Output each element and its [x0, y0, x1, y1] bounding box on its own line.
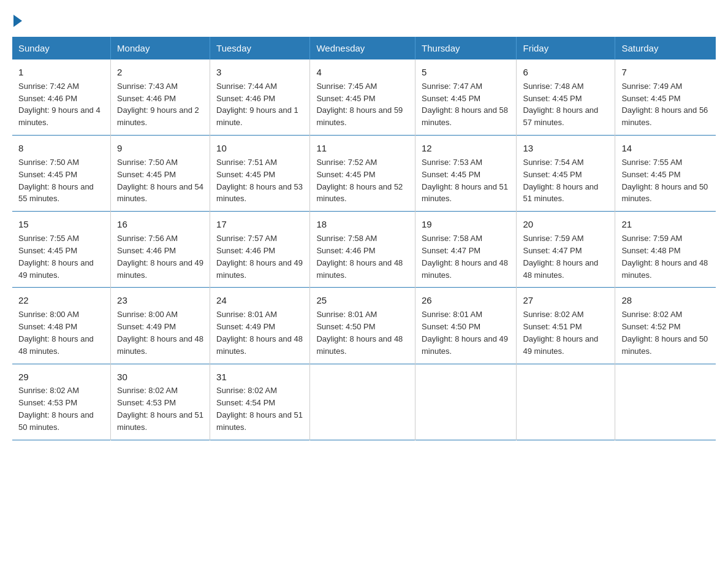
day-number: 4 — [316, 66, 409, 79]
day-info: Sunrise: 8:02 AMSunset: 4:51 PMDaylight:… — [523, 310, 598, 356]
day-info: Sunrise: 7:58 AMSunset: 4:46 PMDaylight:… — [316, 234, 403, 280]
day-number: 24 — [216, 294, 303, 307]
day-info: Sunrise: 7:57 AMSunset: 4:46 PMDaylight:… — [216, 234, 303, 280]
day-number: 1 — [18, 66, 104, 79]
calendar-cell: 30Sunrise: 8:02 AMSunset: 4:53 PMDayligh… — [111, 364, 210, 440]
calendar-cell: 7Sunrise: 7:49 AMSunset: 4:45 PMDaylight… — [615, 59, 716, 136]
calendar-cell: 14Sunrise: 7:55 AMSunset: 4:45 PMDayligh… — [615, 136, 716, 212]
header-day-wednesday: Wednesday — [310, 37, 415, 59]
day-info: Sunrise: 7:49 AMSunset: 4:45 PMDaylight:… — [621, 82, 708, 128]
logo-arrow-icon — [13, 15, 22, 27]
day-number: 23 — [117, 294, 203, 307]
day-number: 3 — [216, 66, 303, 79]
day-number: 9 — [117, 142, 203, 155]
calendar-cell: 13Sunrise: 7:54 AMSunset: 4:45 PMDayligh… — [517, 136, 615, 212]
week-row-5: 29Sunrise: 8:02 AMSunset: 4:53 PMDayligh… — [12, 364, 716, 440]
calendar-cell: 18Sunrise: 7:58 AMSunset: 4:46 PMDayligh… — [310, 212, 415, 288]
day-info: Sunrise: 7:54 AMSunset: 4:45 PMDaylight:… — [523, 158, 598, 204]
day-number: 8 — [18, 142, 104, 155]
calendar-body: 1Sunrise: 7:42 AMSunset: 4:46 PMDaylight… — [12, 59, 716, 440]
calendar-cell: 28Sunrise: 8:02 AMSunset: 4:52 PMDayligh… — [615, 288, 716, 364]
day-number: 19 — [422, 218, 510, 231]
calendar-cell: 19Sunrise: 7:58 AMSunset: 4:47 PMDayligh… — [415, 212, 517, 288]
day-info: Sunrise: 7:56 AMSunset: 4:46 PMDaylight:… — [117, 234, 203, 280]
calendar-cell: 11Sunrise: 7:52 AMSunset: 4:45 PMDayligh… — [310, 136, 415, 212]
day-number: 31 — [216, 370, 303, 384]
calendar-header: SundayMondayTuesdayWednesdayThursdayFrid… — [12, 37, 716, 59]
calendar-cell: 6Sunrise: 7:48 AMSunset: 4:45 PMDaylight… — [517, 59, 615, 136]
calendar-cell: 24Sunrise: 8:01 AMSunset: 4:49 PMDayligh… — [210, 288, 310, 364]
calendar-cell: 3Sunrise: 7:44 AMSunset: 4:46 PMDaylight… — [210, 59, 310, 136]
day-info: Sunrise: 7:45 AMSunset: 4:45 PMDaylight:… — [316, 82, 403, 128]
day-info: Sunrise: 7:44 AMSunset: 4:46 PMDaylight:… — [216, 82, 298, 128]
day-info: Sunrise: 7:42 AMSunset: 4:46 PMDaylight:… — [18, 82, 100, 128]
calendar-cell: 21Sunrise: 7:59 AMSunset: 4:48 PMDayligh… — [615, 212, 716, 288]
calendar-cell: 1Sunrise: 7:42 AMSunset: 4:46 PMDaylight… — [12, 59, 111, 136]
header-day-friday: Friday — [517, 37, 615, 59]
day-number: 10 — [216, 142, 303, 155]
calendar-cell: 10Sunrise: 7:51 AMSunset: 4:45 PMDayligh… — [210, 136, 310, 212]
calendar-cell: 5Sunrise: 7:47 AMSunset: 4:45 PMDaylight… — [415, 59, 517, 136]
day-info: Sunrise: 7:48 AMSunset: 4:45 PMDaylight:… — [523, 82, 598, 128]
day-number: 20 — [523, 218, 609, 231]
day-number: 14 — [621, 142, 710, 155]
calendar-cell: 9Sunrise: 7:50 AMSunset: 4:45 PMDaylight… — [111, 136, 210, 212]
day-info: Sunrise: 8:02 AMSunset: 4:53 PMDaylight:… — [117, 386, 203, 432]
calendar-cell: 29Sunrise: 8:02 AMSunset: 4:53 PMDayligh… — [12, 364, 111, 440]
calendar-cell: 25Sunrise: 8:01 AMSunset: 4:50 PMDayligh… — [310, 288, 415, 364]
day-info: Sunrise: 8:00 AMSunset: 4:48 PMDaylight:… — [18, 310, 94, 356]
calendar-cell — [310, 364, 415, 440]
day-info: Sunrise: 7:50 AMSunset: 4:45 PMDaylight:… — [18, 158, 94, 204]
header-day-monday: Monday — [111, 37, 210, 59]
header-day-tuesday: Tuesday — [210, 37, 310, 59]
day-info: Sunrise: 7:59 AMSunset: 4:47 PMDaylight:… — [523, 234, 598, 280]
week-row-1: 1Sunrise: 7:42 AMSunset: 4:46 PMDaylight… — [12, 59, 716, 136]
day-info: Sunrise: 8:01 AMSunset: 4:50 PMDaylight:… — [316, 310, 403, 356]
day-number: 26 — [422, 294, 510, 307]
calendar-cell — [517, 364, 615, 440]
day-number: 2 — [117, 66, 203, 79]
day-number: 7 — [621, 66, 710, 79]
calendar-cell: 2Sunrise: 7:43 AMSunset: 4:46 PMDaylight… — [111, 59, 210, 136]
day-info: Sunrise: 7:55 AMSunset: 4:45 PMDaylight:… — [621, 158, 708, 204]
day-number: 21 — [621, 218, 710, 231]
calendar-table: SundayMondayTuesdayWednesdayThursdayFrid… — [12, 37, 716, 440]
page-header — [12, 12, 716, 25]
calendar-cell: 15Sunrise: 7:55 AMSunset: 4:45 PMDayligh… — [12, 212, 111, 288]
calendar-cell — [415, 364, 517, 440]
day-number: 18 — [316, 218, 409, 231]
day-number: 15 — [18, 218, 104, 231]
calendar-cell: 17Sunrise: 7:57 AMSunset: 4:46 PMDayligh… — [210, 212, 310, 288]
calendar-cell — [615, 364, 716, 440]
day-info: Sunrise: 7:55 AMSunset: 4:45 PMDaylight:… — [18, 234, 94, 280]
header-day-sunday: Sunday — [12, 37, 111, 59]
header-day-thursday: Thursday — [415, 37, 517, 59]
day-info: Sunrise: 8:02 AMSunset: 4:52 PMDaylight:… — [621, 310, 708, 356]
calendar-cell: 31Sunrise: 8:02 AMSunset: 4:54 PMDayligh… — [210, 364, 310, 440]
day-info: Sunrise: 7:51 AMSunset: 4:45 PMDaylight:… — [216, 158, 303, 204]
calendar-cell: 8Sunrise: 7:50 AMSunset: 4:45 PMDaylight… — [12, 136, 111, 212]
day-info: Sunrise: 8:02 AMSunset: 4:54 PMDaylight:… — [216, 386, 303, 432]
logo — [12, 12, 22, 25]
day-number: 28 — [621, 294, 710, 307]
day-number: 12 — [422, 142, 510, 155]
day-info: Sunrise: 7:50 AMSunset: 4:45 PMDaylight:… — [117, 158, 203, 204]
day-number: 11 — [316, 142, 409, 155]
day-info: Sunrise: 8:00 AMSunset: 4:49 PMDaylight:… — [117, 310, 203, 356]
day-number: 6 — [523, 66, 609, 79]
day-number: 29 — [18, 370, 104, 384]
week-row-3: 15Sunrise: 7:55 AMSunset: 4:45 PMDayligh… — [12, 212, 716, 288]
day-info: Sunrise: 7:59 AMSunset: 4:48 PMDaylight:… — [621, 234, 708, 280]
calendar-cell: 23Sunrise: 8:00 AMSunset: 4:49 PMDayligh… — [111, 288, 210, 364]
header-day-saturday: Saturday — [615, 37, 716, 59]
day-info: Sunrise: 7:43 AMSunset: 4:46 PMDaylight:… — [117, 82, 199, 128]
day-info: Sunrise: 8:01 AMSunset: 4:49 PMDaylight:… — [216, 310, 303, 356]
calendar-cell: 27Sunrise: 8:02 AMSunset: 4:51 PMDayligh… — [517, 288, 615, 364]
day-number: 5 — [422, 66, 510, 79]
day-info: Sunrise: 8:01 AMSunset: 4:50 PMDaylight:… — [422, 310, 508, 356]
day-info: Sunrise: 7:58 AMSunset: 4:47 PMDaylight:… — [422, 234, 508, 280]
day-number: 22 — [18, 294, 104, 307]
day-number: 17 — [216, 218, 303, 231]
week-row-4: 22Sunrise: 8:00 AMSunset: 4:48 PMDayligh… — [12, 288, 716, 364]
day-number: 25 — [316, 294, 409, 307]
